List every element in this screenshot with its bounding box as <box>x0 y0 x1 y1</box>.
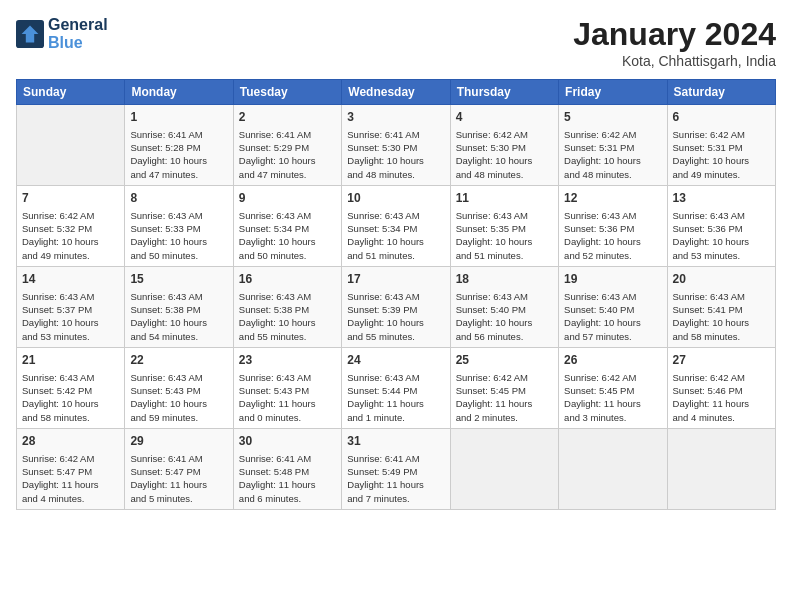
day-number: 24 <box>347 352 444 369</box>
weekday-header-wednesday: Wednesday <box>342 80 450 105</box>
calendar-cell <box>17 105 125 186</box>
calendar-cell: 6Sunrise: 6:42 AM Sunset: 5:31 PM Daylig… <box>667 105 775 186</box>
day-number: 7 <box>22 190 119 207</box>
calendar-cell: 3Sunrise: 6:41 AM Sunset: 5:30 PM Daylig… <box>342 105 450 186</box>
day-info: Sunrise: 6:43 AM Sunset: 5:36 PM Dayligh… <box>673 209 770 262</box>
calendar-cell: 25Sunrise: 6:42 AM Sunset: 5:45 PM Dayli… <box>450 347 558 428</box>
day-number: 31 <box>347 433 444 450</box>
logo-icon <box>16 20 44 48</box>
calendar-cell: 30Sunrise: 6:41 AM Sunset: 5:48 PM Dayli… <box>233 428 341 509</box>
day-info: Sunrise: 6:41 AM Sunset: 5:28 PM Dayligh… <box>130 128 227 181</box>
calendar-cell: 16Sunrise: 6:43 AM Sunset: 5:38 PM Dayli… <box>233 266 341 347</box>
calendar-cell: 24Sunrise: 6:43 AM Sunset: 5:44 PM Dayli… <box>342 347 450 428</box>
calendar-cell: 2Sunrise: 6:41 AM Sunset: 5:29 PM Daylig… <box>233 105 341 186</box>
day-number: 16 <box>239 271 336 288</box>
calendar-cell: 20Sunrise: 6:43 AM Sunset: 5:41 PM Dayli… <box>667 266 775 347</box>
day-number: 3 <box>347 109 444 126</box>
calendar-cell: 15Sunrise: 6:43 AM Sunset: 5:38 PM Dayli… <box>125 266 233 347</box>
day-info: Sunrise: 6:43 AM Sunset: 5:37 PM Dayligh… <box>22 290 119 343</box>
calendar-cell: 28Sunrise: 6:42 AM Sunset: 5:47 PM Dayli… <box>17 428 125 509</box>
calendar-body: 1Sunrise: 6:41 AM Sunset: 5:28 PM Daylig… <box>17 105 776 510</box>
day-number: 21 <box>22 352 119 369</box>
weekday-header-saturday: Saturday <box>667 80 775 105</box>
calendar-cell: 22Sunrise: 6:43 AM Sunset: 5:43 PM Dayli… <box>125 347 233 428</box>
calendar-cell: 21Sunrise: 6:43 AM Sunset: 5:42 PM Dayli… <box>17 347 125 428</box>
day-number: 8 <box>130 190 227 207</box>
day-info: Sunrise: 6:42 AM Sunset: 5:45 PM Dayligh… <box>564 371 661 424</box>
day-info: Sunrise: 6:41 AM Sunset: 5:29 PM Dayligh… <box>239 128 336 181</box>
day-info: Sunrise: 6:42 AM Sunset: 5:31 PM Dayligh… <box>673 128 770 181</box>
day-number: 9 <box>239 190 336 207</box>
calendar-cell <box>667 428 775 509</box>
day-info: Sunrise: 6:42 AM Sunset: 5:47 PM Dayligh… <box>22 452 119 505</box>
calendar-cell: 27Sunrise: 6:42 AM Sunset: 5:46 PM Dayli… <box>667 347 775 428</box>
day-info: Sunrise: 6:43 AM Sunset: 5:44 PM Dayligh… <box>347 371 444 424</box>
day-info: Sunrise: 6:43 AM Sunset: 5:34 PM Dayligh… <box>239 209 336 262</box>
calendar-cell: 13Sunrise: 6:43 AM Sunset: 5:36 PM Dayli… <box>667 185 775 266</box>
day-number: 17 <box>347 271 444 288</box>
day-number: 22 <box>130 352 227 369</box>
month-title: January 2024 <box>573 16 776 53</box>
calendar-cell: 23Sunrise: 6:43 AM Sunset: 5:43 PM Dayli… <box>233 347 341 428</box>
calendar-cell <box>559 428 667 509</box>
day-number: 26 <box>564 352 661 369</box>
calendar-cell: 9Sunrise: 6:43 AM Sunset: 5:34 PM Daylig… <box>233 185 341 266</box>
day-number: 10 <box>347 190 444 207</box>
weekday-header-thursday: Thursday <box>450 80 558 105</box>
day-info: Sunrise: 6:43 AM Sunset: 5:35 PM Dayligh… <box>456 209 553 262</box>
calendar-week-row: 14Sunrise: 6:43 AM Sunset: 5:37 PM Dayli… <box>17 266 776 347</box>
day-number: 12 <box>564 190 661 207</box>
day-number: 13 <box>673 190 770 207</box>
day-info: Sunrise: 6:43 AM Sunset: 5:42 PM Dayligh… <box>22 371 119 424</box>
calendar-cell: 7Sunrise: 6:42 AM Sunset: 5:32 PM Daylig… <box>17 185 125 266</box>
day-number: 18 <box>456 271 553 288</box>
day-info: Sunrise: 6:43 AM Sunset: 5:34 PM Dayligh… <box>347 209 444 262</box>
weekday-header-monday: Monday <box>125 80 233 105</box>
day-number: 5 <box>564 109 661 126</box>
day-number: 14 <box>22 271 119 288</box>
calendar-cell: 18Sunrise: 6:43 AM Sunset: 5:40 PM Dayli… <box>450 266 558 347</box>
title-block: January 2024 Kota, Chhattisgarh, India <box>573 16 776 69</box>
day-info: Sunrise: 6:41 AM Sunset: 5:47 PM Dayligh… <box>130 452 227 505</box>
weekday-header-sunday: Sunday <box>17 80 125 105</box>
day-number: 29 <box>130 433 227 450</box>
page-header: General Blue January 2024 Kota, Chhattis… <box>16 16 776 69</box>
calendar-week-row: 7Sunrise: 6:42 AM Sunset: 5:32 PM Daylig… <box>17 185 776 266</box>
calendar-week-row: 1Sunrise: 6:41 AM Sunset: 5:28 PM Daylig… <box>17 105 776 186</box>
calendar-week-row: 21Sunrise: 6:43 AM Sunset: 5:42 PM Dayli… <box>17 347 776 428</box>
calendar-table: SundayMondayTuesdayWednesdayThursdayFrid… <box>16 79 776 510</box>
day-number: 11 <box>456 190 553 207</box>
calendar-cell: 31Sunrise: 6:41 AM Sunset: 5:49 PM Dayli… <box>342 428 450 509</box>
day-info: Sunrise: 6:43 AM Sunset: 5:38 PM Dayligh… <box>239 290 336 343</box>
day-info: Sunrise: 6:43 AM Sunset: 5:33 PM Dayligh… <box>130 209 227 262</box>
day-info: Sunrise: 6:43 AM Sunset: 5:41 PM Dayligh… <box>673 290 770 343</box>
day-info: Sunrise: 6:43 AM Sunset: 5:38 PM Dayligh… <box>130 290 227 343</box>
day-info: Sunrise: 6:43 AM Sunset: 5:40 PM Dayligh… <box>564 290 661 343</box>
day-number: 4 <box>456 109 553 126</box>
weekday-header-tuesday: Tuesday <box>233 80 341 105</box>
day-number: 30 <box>239 433 336 450</box>
calendar-cell: 1Sunrise: 6:41 AM Sunset: 5:28 PM Daylig… <box>125 105 233 186</box>
calendar-header-row: SundayMondayTuesdayWednesdayThursdayFrid… <box>17 80 776 105</box>
calendar-cell: 29Sunrise: 6:41 AM Sunset: 5:47 PM Dayli… <box>125 428 233 509</box>
day-number: 19 <box>564 271 661 288</box>
day-info: Sunrise: 6:41 AM Sunset: 5:49 PM Dayligh… <box>347 452 444 505</box>
calendar-cell: 12Sunrise: 6:43 AM Sunset: 5:36 PM Dayli… <box>559 185 667 266</box>
location-subtitle: Kota, Chhattisgarh, India <box>573 53 776 69</box>
day-number: 20 <box>673 271 770 288</box>
logo-text: General Blue <box>48 16 108 52</box>
day-number: 6 <box>673 109 770 126</box>
calendar-cell: 26Sunrise: 6:42 AM Sunset: 5:45 PM Dayli… <box>559 347 667 428</box>
calendar-cell <box>450 428 558 509</box>
day-info: Sunrise: 6:42 AM Sunset: 5:46 PM Dayligh… <box>673 371 770 424</box>
calendar-week-row: 28Sunrise: 6:42 AM Sunset: 5:47 PM Dayli… <box>17 428 776 509</box>
day-info: Sunrise: 6:42 AM Sunset: 5:32 PM Dayligh… <box>22 209 119 262</box>
calendar-cell: 5Sunrise: 6:42 AM Sunset: 5:31 PM Daylig… <box>559 105 667 186</box>
day-number: 23 <box>239 352 336 369</box>
calendar-cell: 4Sunrise: 6:42 AM Sunset: 5:30 PM Daylig… <box>450 105 558 186</box>
day-info: Sunrise: 6:42 AM Sunset: 5:30 PM Dayligh… <box>456 128 553 181</box>
day-info: Sunrise: 6:42 AM Sunset: 5:31 PM Dayligh… <box>564 128 661 181</box>
day-number: 28 <box>22 433 119 450</box>
calendar-cell: 11Sunrise: 6:43 AM Sunset: 5:35 PM Dayli… <box>450 185 558 266</box>
day-number: 15 <box>130 271 227 288</box>
